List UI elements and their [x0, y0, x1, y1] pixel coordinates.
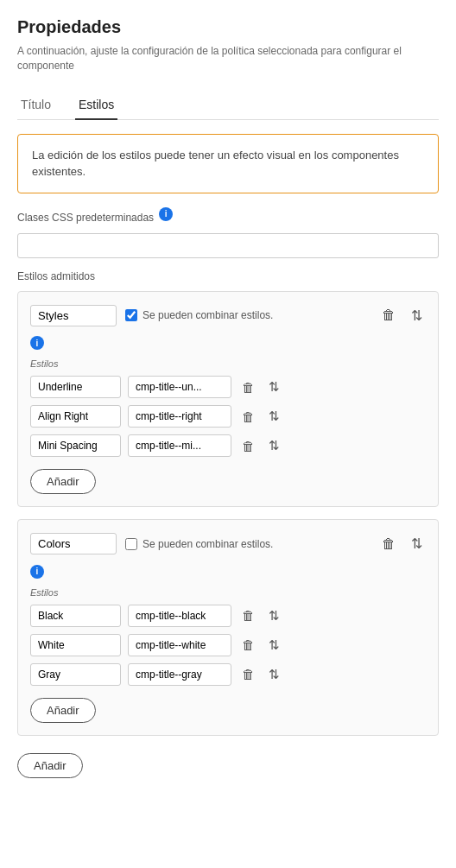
- style-class-input-colors-1[interactable]: [128, 634, 231, 656]
- style-group-name-input-colors[interactable]: [30, 533, 117, 554]
- style-group-name-input-styles[interactable]: [30, 305, 117, 326]
- trash-icon: 🗑: [382, 307, 396, 323]
- table-row: 🗑⇅: [30, 434, 426, 457]
- row-trash-btn-styles-0[interactable]: 🗑: [238, 377, 258, 398]
- trash-icon: 🗑: [242, 637, 255, 652]
- row-trash-btn-styles-1[interactable]: 🗑: [238, 406, 258, 428]
- row-move-btn-colors-2[interactable]: ⇅: [265, 663, 283, 686]
- bottom-add-button[interactable]: Añadir: [17, 753, 83, 778]
- move-icon: ⇅: [411, 535, 422, 552]
- add-style-btn-styles[interactable]: Añadir: [30, 469, 96, 494]
- tab-estilos[interactable]: Estilos: [75, 91, 117, 120]
- estilos-label-styles: Estilos: [30, 358, 426, 369]
- row-move-btn-styles-2[interactable]: ⇅: [265, 434, 283, 457]
- style-class-input-colors-2[interactable]: [128, 663, 231, 686]
- style-name-input-styles-2[interactable]: [30, 434, 121, 457]
- warning-box: La edición de los estilos puede tener un…: [17, 134, 439, 193]
- warning-text: La edición de los estilos puede tener un…: [32, 149, 399, 179]
- trash-icon: 🗑: [242, 409, 255, 424]
- move-icon: ⇅: [269, 379, 280, 395]
- combine-label-colors[interactable]: Se pueden combinar estilos.: [125, 538, 370, 550]
- group-trash-btn-styles[interactable]: 🗑: [378, 304, 399, 326]
- style-group-header-colors: Se pueden combinar estilos.🗑⇅: [30, 532, 426, 555]
- style-name-input-colors-2[interactable]: [30, 663, 121, 686]
- style-name-input-colors-1[interactable]: [30, 634, 121, 656]
- style-group-styles: Se pueden combinar estilos.🗑⇅iEstilos🗑⇅🗑…: [17, 291, 439, 508]
- style-name-input-colors-0[interactable]: [30, 605, 121, 627]
- move-icon: ⇅: [269, 667, 280, 682]
- row-trash-btn-colors-0[interactable]: 🗑: [238, 605, 258, 626]
- page-title: Propiedades: [17, 17, 439, 37]
- style-name-input-styles-1[interactable]: [30, 405, 121, 428]
- page-subtitle: A continuación, ajuste la configuración …: [17, 44, 439, 73]
- combine-label-styles[interactable]: Se pueden combinar estilos.: [125, 309, 370, 321]
- table-row: 🗑⇅: [30, 634, 426, 656]
- group-info-icon: i: [30, 565, 44, 579]
- style-class-input-styles-2[interactable]: [128, 434, 231, 457]
- tabs-container: Título Estilos: [17, 91, 439, 120]
- estilos-label-colors: Estilos: [30, 587, 426, 598]
- admitted-styles-label: Estilos admitidos: [17, 270, 439, 282]
- trash-icon: 🗑: [242, 667, 255, 681]
- group-trash-btn-colors[interactable]: 🗑: [378, 533, 399, 555]
- row-move-btn-styles-1[interactable]: ⇅: [265, 405, 283, 428]
- move-icon: ⇅: [269, 637, 280, 653]
- move-icon: ⇅: [269, 409, 280, 424]
- style-group-colors: Se pueden combinar estilos.🗑⇅iEstilos🗑⇅🗑…: [17, 519, 439, 736]
- tab-titulo[interactable]: Título: [17, 91, 54, 120]
- table-row: 🗑⇅: [30, 405, 426, 428]
- combine-text-colors: Se pueden combinar estilos.: [142, 538, 273, 550]
- css-classes-input[interactable]: [17, 233, 439, 258]
- row-trash-btn-colors-2[interactable]: 🗑: [238, 663, 258, 685]
- combine-text-styles: Se pueden combinar estilos.: [142, 309, 273, 321]
- row-move-btn-styles-0[interactable]: ⇅: [265, 376, 283, 398]
- row-move-btn-colors-1[interactable]: ⇅: [265, 634, 283, 656]
- group-move-btn-styles[interactable]: ⇅: [408, 304, 426, 327]
- table-row: 🗑⇅: [30, 663, 426, 686]
- add-style-btn-colors[interactable]: Añadir: [30, 698, 96, 723]
- trash-icon: 🗑: [382, 536, 396, 552]
- trash-icon: 🗑: [242, 380, 255, 395]
- combine-checkbox-styles[interactable]: [125, 309, 137, 321]
- table-row: 🗑⇅: [30, 605, 426, 627]
- combine-checkbox-colors[interactable]: [125, 538, 137, 550]
- style-class-input-colors-0[interactable]: [128, 605, 231, 627]
- group-move-btn-colors[interactable]: ⇅: [408, 532, 426, 555]
- move-icon: ⇅: [411, 307, 422, 324]
- style-group-header-styles: Se pueden combinar estilos.🗑⇅: [30, 304, 426, 327]
- style-class-input-styles-1[interactable]: [128, 405, 231, 428]
- css-info-icon: i: [159, 207, 173, 221]
- css-section-label: Clases CSS predeterminadas i: [17, 207, 439, 228]
- row-trash-btn-colors-1[interactable]: 🗑: [238, 634, 258, 656]
- bottom-add-section: Añadir: [17, 748, 439, 778]
- style-class-input-styles-0[interactable]: [128, 376, 231, 398]
- row-trash-btn-styles-2[interactable]: 🗑: [238, 435, 258, 457]
- table-row: 🗑⇅: [30, 376, 426, 398]
- trash-icon: 🗑: [242, 439, 255, 453]
- style-groups-container: Se pueden combinar estilos.🗑⇅iEstilos🗑⇅🗑…: [17, 291, 439, 736]
- style-name-input-styles-0[interactable]: [30, 376, 121, 398]
- trash-icon: 🗑: [242, 608, 255, 623]
- group-info-icon: i: [30, 336, 44, 350]
- move-icon: ⇅: [269, 438, 280, 453]
- row-move-btn-colors-0[interactable]: ⇅: [265, 605, 283, 627]
- move-icon: ⇅: [269, 608, 280, 624]
